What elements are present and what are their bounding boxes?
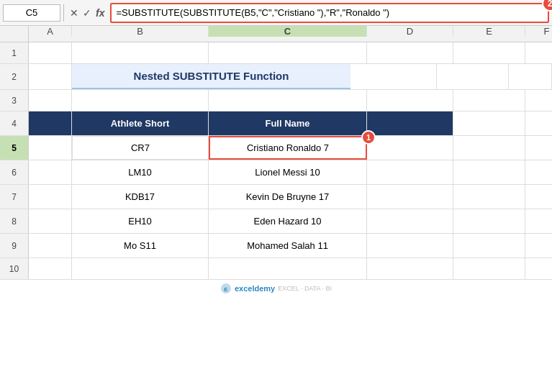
watermark: E exceldemy EXCEL · DATA · BI <box>0 280 552 297</box>
cell-f4[interactable] <box>525 111 552 135</box>
exceldemy-logo-icon: E <box>220 283 232 294</box>
cell-d8[interactable] <box>367 209 453 233</box>
formula-input[interactable]: =SUBSTITUTE(SUBSTITUTE(B5,"C","Cristiano… <box>110 3 549 23</box>
col-header-d[interactable]: D <box>367 26 453 37</box>
cell-f5[interactable] <box>525 136 552 160</box>
cell-c6[interactable]: Lionel Messi 10 <box>209 160 367 184</box>
formula-bar: C5 ✕ ✓ fx =SUBSTITUTE(SUBSTITUTE(B5,"C",… <box>0 0 552 26</box>
cell-b9[interactable]: Mo S11 <box>72 234 209 257</box>
fx-icon: fx <box>96 7 104 19</box>
row-number: 9 <box>0 234 29 257</box>
row-number: 5 <box>0 136 29 160</box>
table-row: 4 Athlete Short Full Name <box>0 111 552 136</box>
table-header-athlete-short[interactable]: Athlete Short <box>72 111 209 135</box>
cell-d5[interactable] <box>367 136 453 160</box>
cell-a4[interactable] <box>29 111 72 135</box>
cell-a8[interactable] <box>29 209 72 233</box>
row-number: 7 <box>0 185 29 209</box>
formula-badge: 2 <box>542 0 552 12</box>
cell-d7[interactable] <box>367 185 453 209</box>
cell-f2[interactable] <box>509 64 552 89</box>
cell-c10[interactable] <box>209 258 367 279</box>
table-row: 8 EH10 Eden Hazard 10 <box>0 209 552 234</box>
cell-d4[interactable] <box>367 111 453 135</box>
table-row: 10 <box>0 258 552 280</box>
cell-c9[interactable]: Mohamed Salah 11 <box>209 234 367 257</box>
col-header-a[interactable]: A <box>29 26 72 37</box>
cell-b8[interactable]: EH10 <box>72 209 209 233</box>
table-row: 6 LM10 Lionel Messi 10 <box>0 160 552 185</box>
col-header-b[interactable]: B <box>72 26 209 37</box>
cell-c7[interactable]: Kevin De Bruyne 17 <box>209 185 367 209</box>
col-header-e[interactable]: E <box>453 26 525 37</box>
cell-d2[interactable] <box>350 64 437 89</box>
cell-c3[interactable] <box>209 90 367 111</box>
cell-e10[interactable] <box>453 258 525 279</box>
cell-a9[interactable] <box>29 234 72 257</box>
cell-f1[interactable] <box>525 42 552 63</box>
svg-text:E: E <box>224 286 228 293</box>
cell-f7[interactable] <box>525 185 552 209</box>
cell-a5[interactable] <box>29 136 72 160</box>
cell-d6[interactable] <box>367 160 453 184</box>
cell-b6[interactable]: LM10 <box>72 160 209 184</box>
row-number: 1 <box>0 42 29 63</box>
cell-f3[interactable] <box>525 90 552 111</box>
spreadsheet-title: Nested SUBSTITUTE Function <box>72 64 350 89</box>
cell-e8[interactable] <box>453 209 525 233</box>
table-row: 5 CR7 Cristiano Ronaldo 7 1 <box>0 136 552 160</box>
cell-a2[interactable] <box>29 64 72 89</box>
table-row: 1 <box>0 42 552 64</box>
cell-e4[interactable] <box>453 111 525 135</box>
cell-a6[interactable] <box>29 160 72 184</box>
cell-d1[interactable] <box>367 42 453 63</box>
cell-b10[interactable] <box>72 258 209 279</box>
cell-c1[interactable] <box>209 42 367 63</box>
cell-c5-value: Cristiano Ronaldo 7 <box>247 142 329 153</box>
cell-badge: 1 <box>361 130 376 145</box>
cell-e3[interactable] <box>453 90 525 111</box>
row-number: 10 <box>0 258 29 279</box>
row-number: 8 <box>0 209 29 233</box>
cell-e9[interactable] <box>453 234 525 257</box>
row-number: 6 <box>0 160 29 184</box>
col-header-f[interactable]: F <box>525 26 552 37</box>
spreadsheet: A B C D E F 1 2 Nested SUBSTITUTE Functi… <box>0 26 552 280</box>
cell-b3[interactable] <box>72 90 209 111</box>
cell-d3[interactable] <box>367 90 453 111</box>
cell-e5[interactable] <box>453 136 525 160</box>
cell-c8[interactable]: Eden Hazard 10 <box>209 209 367 233</box>
table-row: 7 KDB17 Kevin De Bruyne 17 <box>0 185 552 209</box>
confirm-icon[interactable]: ✓ <box>83 7 91 19</box>
formula-bar-icons: ✕ ✓ fx <box>67 7 107 19</box>
cell-b7[interactable]: KDB17 <box>72 185 209 209</box>
cell-e6[interactable] <box>453 160 525 184</box>
cell-e1[interactable] <box>453 42 525 63</box>
cancel-icon[interactable]: ✕ <box>70 7 78 19</box>
cell-c5[interactable]: Cristiano Ronaldo 7 1 <box>209 136 367 160</box>
cell-reference-box[interactable]: C5 <box>3 4 60 22</box>
formula-bar-separator <box>63 4 64 22</box>
watermark-subtext: EXCEL · DATA · BI <box>278 285 332 292</box>
cell-f6[interactable] <box>525 160 552 184</box>
formula-text: =SUBSTITUTE(SUBSTITUTE(B5,"C","Cristiano… <box>116 7 389 18</box>
cell-a3[interactable] <box>29 90 72 111</box>
cell-f8[interactable] <box>525 209 552 233</box>
cell-b5[interactable]: CR7 <box>72 136 209 160</box>
cell-f10[interactable] <box>525 258 552 279</box>
cell-a1[interactable] <box>29 42 72 63</box>
table-header-full-name[interactable]: Full Name <box>209 111 367 135</box>
col-header-c[interactable]: C <box>209 26 367 37</box>
cell-e7[interactable] <box>453 185 525 209</box>
row-num-header <box>0 26 29 42</box>
watermark-brand: exceldemy <box>235 284 275 293</box>
cell-d9[interactable] <box>367 234 453 257</box>
cell-a7[interactable] <box>29 185 72 209</box>
cell-f9[interactable] <box>525 234 552 257</box>
table-row: 2 Nested SUBSTITUTE Function <box>0 64 552 90</box>
cell-d10[interactable] <box>367 258 453 279</box>
cell-a10[interactable] <box>29 258 72 279</box>
row-number: 4 <box>0 111 29 135</box>
cell-e2[interactable] <box>437 64 509 89</box>
cell-b1[interactable] <box>72 42 209 63</box>
